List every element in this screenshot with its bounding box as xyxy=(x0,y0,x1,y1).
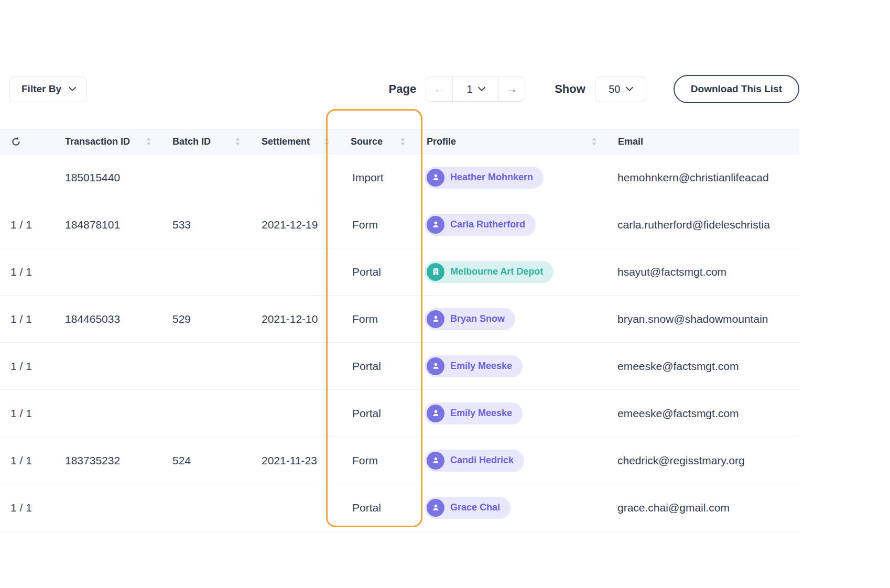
batch-id-cell xyxy=(160,484,249,531)
avatar xyxy=(427,357,444,375)
email-cell: emeeske@factsmgt.com xyxy=(605,343,799,389)
sort-icon[interactable] xyxy=(146,137,151,146)
source-cell: Form xyxy=(338,437,414,484)
profile-name: Carla Rutherford xyxy=(450,219,525,230)
email-cell: hemohnkern@christianlifeacad xyxy=(605,154,799,201)
column-header-email[interactable]: Email xyxy=(605,129,799,154)
column-header-transaction-id[interactable]: Transaction ID xyxy=(52,129,160,154)
person-icon xyxy=(431,220,441,230)
building-icon xyxy=(431,267,441,277)
sort-icon[interactable] xyxy=(400,137,406,146)
profile-pill[interactable]: Grace Chai xyxy=(425,497,511,519)
fraction-cell: 1 / 1 xyxy=(0,484,52,531)
filter-by-label: Filter By xyxy=(21,83,61,95)
person-icon xyxy=(431,408,441,418)
column-header-batch-id[interactable]: Batch ID xyxy=(160,129,249,154)
transaction-id-cell xyxy=(52,390,160,437)
transaction-id-cell xyxy=(52,248,160,295)
page-number-select[interactable]: 1 xyxy=(452,77,498,101)
profile-name: Emily Meeske xyxy=(450,361,512,372)
table-row[interactable]: 1 / 1 184465033 529 2021-12-10 Form xyxy=(0,296,799,343)
table-row[interactable]: 1 / 1 Portal xyxy=(0,390,799,437)
avatar xyxy=(427,216,444,234)
profile-name: Bryan Snow xyxy=(450,313,505,324)
column-header-settlement[interactable]: Settlement xyxy=(249,129,338,154)
table-row[interactable]: 185015440 Import xyxy=(0,154,799,201)
settlement-cell xyxy=(249,390,338,437)
table-row[interactable]: 1 / 1 Portal xyxy=(0,248,799,296)
table-row[interactable]: 1 / 1 183735232 524 2021-11-23 Form xyxy=(0,437,799,484)
table-row[interactable]: 1 / 1 Portal xyxy=(0,343,799,390)
email-cell: carla.rutherford@fideleschristia xyxy=(605,201,799,248)
source-cell: Form xyxy=(338,201,414,248)
fraction-cell: 1 / 1 xyxy=(0,390,52,437)
email-cell: chedrick@regisstmary.org xyxy=(605,437,799,484)
avatar xyxy=(427,263,444,281)
refresh-icon[interactable] xyxy=(10,136,21,147)
settlement-cell: 2021-11-23 xyxy=(249,437,338,484)
table-row[interactable]: 1 / 1 184878101 533 2021-12-19 Form xyxy=(0,201,799,248)
avatar xyxy=(427,499,444,517)
settlement-cell: 2021-12-10 xyxy=(249,296,338,342)
avatar xyxy=(427,452,444,470)
source-cell: Portal xyxy=(338,484,414,531)
profile-pill[interactable]: Heather Mohnkern xyxy=(425,167,544,189)
settlement-cell: 2021-12-19 xyxy=(249,201,338,248)
person-icon xyxy=(431,503,441,513)
profile-pill[interactable]: Candi Hedrick xyxy=(425,450,524,472)
column-header-source[interactable]: Source xyxy=(338,129,414,154)
batch-id-cell xyxy=(160,248,249,295)
email-cell: grace.chai@gmail.com xyxy=(605,484,799,531)
profile-cell: Emily Meeske xyxy=(414,343,605,389)
source-cell: Import xyxy=(338,154,414,201)
batch-id-cell xyxy=(160,154,249,201)
arrow-right-icon: → xyxy=(506,82,517,96)
profile-cell: Bryan Snow xyxy=(414,296,605,342)
batch-id-cell xyxy=(160,343,249,389)
profile-cell: Candi Hedrick xyxy=(414,437,605,484)
profile-pill[interactable]: Emily Meeske xyxy=(425,402,523,424)
page-number-value: 1 xyxy=(467,83,473,95)
profile-pill[interactable]: Emily Meeske xyxy=(425,355,523,377)
previous-page-button[interactable]: ← xyxy=(426,77,452,101)
fraction-cell: 1 / 1 xyxy=(0,201,52,248)
profile-pill[interactable]: Carla Rutherford xyxy=(425,214,536,236)
profile-name: Melbourne Art Depot xyxy=(450,266,543,277)
page-label: Page xyxy=(389,82,417,96)
fraction-cell: 1 / 1 xyxy=(0,343,52,389)
batch-id-cell: 529 xyxy=(160,296,249,342)
profile-cell: Emily Meeske xyxy=(414,390,605,437)
transaction-id-cell: 185015440 xyxy=(52,154,160,201)
person-icon xyxy=(431,455,441,465)
batch-id-cell xyxy=(160,390,249,437)
download-list-button[interactable]: Download This List xyxy=(674,75,799,103)
transaction-id-cell xyxy=(52,484,160,531)
filter-by-button[interactable]: Filter By xyxy=(9,77,87,102)
fraction-cell xyxy=(0,154,52,201)
profile-name: Emily Meeske xyxy=(450,408,512,419)
transactions-list-page: Filter By Page ← 1 → Show 50 xyxy=(0,0,890,588)
profile-pill[interactable]: Melbourne Art Depot xyxy=(425,261,553,283)
profile-pill[interactable]: Bryan Snow xyxy=(425,308,515,330)
transactions-table: Transaction ID Batch ID Settlement Sourc… xyxy=(0,129,799,531)
settlement-cell xyxy=(249,154,338,201)
profile-cell: Heather Mohnkern xyxy=(414,154,605,201)
sort-icon[interactable] xyxy=(324,137,330,146)
refresh-header-cell xyxy=(0,129,52,154)
next-page-button[interactable]: → xyxy=(498,77,525,101)
person-icon xyxy=(431,314,441,324)
transaction-id-cell: 184465033 xyxy=(52,296,160,342)
table-header-row: Transaction ID Batch ID Settlement Sourc… xyxy=(0,129,799,154)
page-size-value: 50 xyxy=(609,83,620,95)
sort-icon[interactable] xyxy=(591,137,597,146)
column-header-profile[interactable]: Profile xyxy=(414,129,605,154)
person-icon xyxy=(431,172,441,182)
toolbar: Filter By Page ← 1 → Show 50 xyxy=(9,75,799,103)
sort-icon[interactable] xyxy=(235,137,241,146)
table-row[interactable]: 1 / 1 Portal xyxy=(0,484,799,531)
email-cell: hsayut@factsmgt.com xyxy=(605,248,799,295)
profile-name: Candi Hedrick xyxy=(450,455,514,466)
email-cell: bryan.snow@shadowmountain xyxy=(605,296,799,342)
page-size-select[interactable]: 50 xyxy=(595,77,646,102)
settlement-cell xyxy=(249,248,338,295)
